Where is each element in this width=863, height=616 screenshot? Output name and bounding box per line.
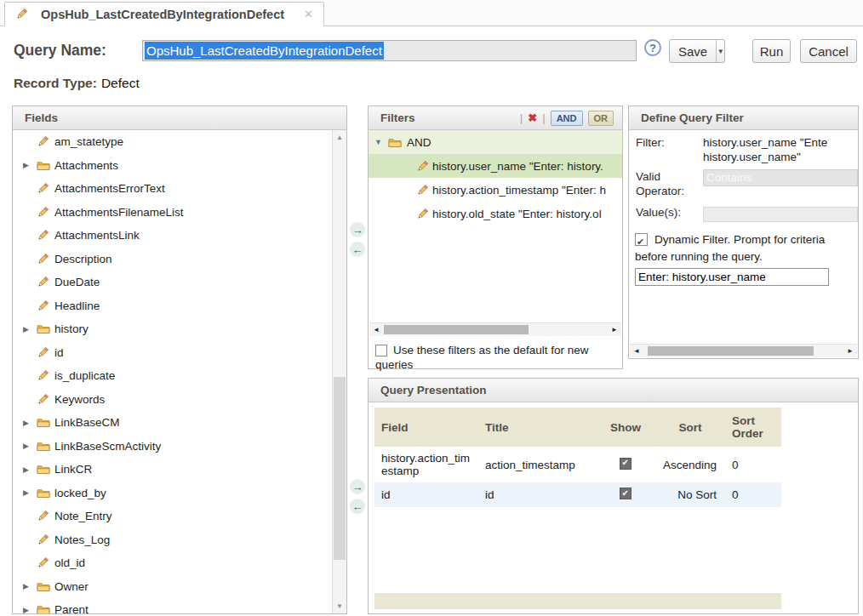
filters-default-checkbox[interactable]: [375, 345, 387, 356]
tree-item-label: locked_by: [54, 487, 106, 499]
scroll-down-icon[interactable]: ▼: [333, 599, 346, 613]
cell-sort-order[interactable]: 0: [725, 447, 781, 482]
scrollbar-thumb[interactable]: [648, 346, 814, 356]
show-checkbox[interactable]: [620, 488, 632, 499]
filters-panel-title: Filters: [380, 111, 415, 124]
field-tree-item[interactable]: AttachmentsLink: [13, 224, 332, 248]
folder-tree-item[interactable]: ▶LinkBaseCM: [13, 411, 332, 435]
field-tree-item[interactable]: Headline: [13, 294, 332, 318]
filter-tree-item[interactable]: history.user_name "Enter: history.: [369, 154, 622, 178]
scroll-up-icon[interactable]: ▲: [333, 130, 346, 145]
expand-collapsed-icon[interactable]: ▶: [23, 606, 37, 613]
scrollbar-thumb[interactable]: [334, 377, 346, 560]
pencil-icon: [37, 369, 54, 382]
folder-tree-item[interactable]: ▶Owner: [13, 575, 332, 599]
run-button[interactable]: Run: [752, 39, 791, 63]
scroll-left-icon[interactable]: ◄: [370, 323, 382, 336]
table-row[interactable]: history.action_timestampaction_timestamp…: [374, 447, 781, 482]
save-button-label[interactable]: Save: [670, 40, 716, 62]
tree-item-label: AttachmentsFilenameList: [54, 206, 184, 219]
folder-icon: [37, 604, 54, 613]
add-filter-arrow-icon[interactable]: →: [350, 222, 365, 237]
folder-tree-item[interactable]: ▶Parent: [13, 598, 332, 613]
field-tree-item[interactable]: AttachmentsErrorText: [13, 177, 332, 201]
field-tree-item[interactable]: Note_Entry: [13, 505, 332, 528]
scrollbar-thumb[interactable]: [384, 325, 529, 334]
field-tree-item[interactable]: Description: [13, 248, 332, 271]
remove-display-field-arrow-icon[interactable]: ←: [350, 499, 365, 514]
expand-collapsed-icon[interactable]: ▶: [23, 419, 37, 427]
cancel-button[interactable]: Cancel: [800, 39, 857, 63]
fields-panel-header: Fields: [13, 106, 346, 130]
filter-group-and[interactable]: ▼ AND: [369, 130, 622, 154]
expand-collapsed-icon[interactable]: ▶: [23, 582, 37, 590]
cell-title: id: [478, 482, 596, 507]
tree-item-label: Note_Entry: [54, 510, 112, 522]
save-button[interactable]: Save ▼: [669, 39, 725, 63]
remove-filter-arrow-icon[interactable]: ←: [350, 242, 365, 257]
query-presentation-panel: Query Presentation Field Title Show Sort…: [368, 378, 859, 614]
query-tab[interactable]: OpsHub_LastCreatedByIntegrationDefect ✕: [4, 2, 324, 26]
expand-collapsed-icon[interactable]: ▶: [23, 442, 37, 450]
cell-sort[interactable]: No Sort: [655, 482, 725, 507]
folder-icon: [37, 464, 54, 475]
pencil-icon: [37, 346, 54, 359]
cell-title: action_timestamp: [478, 447, 596, 482]
table-row[interactable]: ididNo Sort0: [374, 482, 781, 507]
tree-item-label: Keywords: [54, 393, 105, 406]
expand-collapsed-icon[interactable]: ▶: [23, 465, 37, 474]
field-tree-item[interactable]: AttachmentsFilenameList: [13, 201, 332, 225]
folder-tree-item[interactable]: ▶history: [13, 317, 332, 341]
tree-item-label: LinkCR: [54, 463, 92, 476]
filter-item-label: history.user_name "Enter: history.: [432, 160, 603, 173]
scroll-left-icon[interactable]: ◄: [631, 345, 643, 357]
delete-filter-icon[interactable]: ✖: [528, 111, 537, 124]
filter-tree-item[interactable]: history.action_timestamp "Enter: h: [369, 178, 622, 202]
field-tree-item[interactable]: old_id: [13, 551, 332, 575]
tree-item-label: AttachmentsLink: [54, 229, 140, 242]
define-horizontal-scrollbar[interactable]: ◄ ►: [630, 344, 857, 357]
folder-icon: [37, 160, 54, 171]
folder-tree-item[interactable]: ▶LinkBaseScmActivity: [13, 435, 332, 459]
scroll-right-icon[interactable]: ►: [609, 323, 620, 336]
field-tree-item[interactable]: am_statetype: [13, 130, 332, 154]
field-tree-item[interactable]: Notes_Log: [13, 528, 332, 552]
expand-expanded-icon[interactable]: ▼: [374, 138, 388, 146]
cell-sort-order[interactable]: 0: [725, 482, 781, 507]
filters-horizontal-scrollbar[interactable]: ◄ ►: [369, 322, 621, 336]
prompt-text-input[interactable]: [635, 268, 829, 286]
or-operator-button[interactable]: OR: [588, 111, 614, 126]
folder-tree-item[interactable]: ▶LinkCR: [13, 458, 332, 482]
filter-item-label: history.action_timestamp "Enter: h: [432, 184, 606, 197]
fields-vertical-scrollbar[interactable]: ▲ ▼: [332, 130, 346, 613]
cell-sort[interactable]: Ascending: [655, 447, 725, 482]
filter-value-line2: history.user_name": [703, 150, 827, 164]
scroll-right-icon[interactable]: ►: [844, 345, 856, 357]
and-operator-button[interactable]: AND: [551, 111, 583, 126]
expand-collapsed-icon[interactable]: ▶: [23, 325, 37, 334]
add-display-field-arrow-icon[interactable]: →: [350, 479, 365, 494]
filter-tree-item[interactable]: history.old_state "Enter: history.ol: [369, 202, 622, 225]
filter-value: history.user_name "Ente history.user_nam…: [703, 135, 827, 164]
help-icon[interactable]: ?: [644, 39, 661, 56]
field-tree-item[interactable]: DueDate: [13, 271, 332, 294]
filters-default-label: Use these filters as the default for new…: [375, 344, 589, 371]
field-tree-item[interactable]: is_duplicate: [13, 364, 332, 388]
expand-collapsed-icon[interactable]: ▶: [23, 161, 37, 169]
toolbar-separator: |: [520, 111, 523, 124]
define-panel-body: Filter: history.user_name "Ente history.…: [629, 130, 858, 358]
pencil-icon: [37, 276, 54, 288]
folder-tree-item[interactable]: ▶locked_by: [13, 482, 332, 505]
dynamic-filter-checkbox[interactable]: [635, 233, 648, 246]
query-name-input[interactable]: OpsHub_LastCreatedByIntegrationDefect: [142, 40, 637, 61]
expand-collapsed-icon[interactable]: ▶: [23, 488, 37, 497]
filters-toolbar: | ✖ | AND OR: [520, 111, 614, 126]
tree-item-label: Parent: [54, 603, 89, 613]
folder-tree-item[interactable]: ▶Attachments: [13, 154, 332, 178]
close-tab-icon[interactable]: ✕: [304, 8, 313, 20]
save-dropdown-icon[interactable]: ▼: [716, 40, 724, 62]
show-checkbox[interactable]: [620, 458, 632, 470]
field-tree-item[interactable]: Keywords: [13, 388, 332, 412]
column-header-sort: Sort: [655, 408, 725, 447]
field-tree-item[interactable]: id: [13, 341, 332, 365]
